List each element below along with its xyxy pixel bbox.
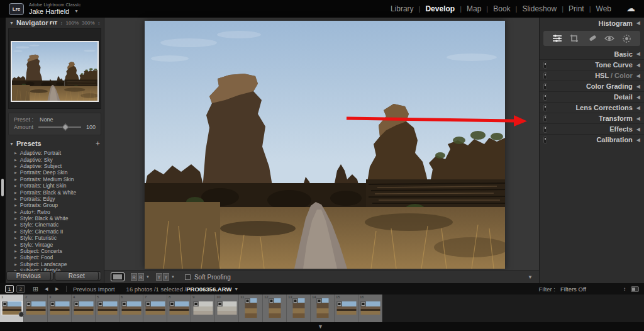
edit-sliders-icon[interactable]: [552, 33, 563, 44]
photo-thumbnail[interactable]: [26, 301, 45, 315]
filmstrip-cell-16[interactable]: 16: [358, 295, 382, 322]
user-caret-icon[interactable]: ▼: [74, 9, 79, 13]
preset-group[interactable]: ▶Portraits: Deep Skin: [6, 169, 104, 176]
filmstrip-cell-11[interactable]: 11: [239, 295, 263, 322]
filmstrip-cell-1[interactable]: 1: [0, 295, 24, 322]
zoom-option-100%[interactable]: 100%: [66, 20, 79, 26]
filmstrip-cell-10[interactable]: 10: [215, 295, 239, 322]
preset-group[interactable]: ▶Subject: Concerts: [6, 248, 104, 254]
preset-group[interactable]: ▶Adaptive: Sky: [6, 156, 104, 162]
module-print[interactable]: Print: [564, 4, 589, 13]
zoom-option-300%[interactable]: 300%: [82, 20, 94, 26]
left-scroll-indicator[interactable]: [1, 179, 4, 196]
photo-thumbnail[interactable]: [74, 301, 93, 315]
module-slideshow[interactable]: Slideshow: [517, 4, 562, 13]
filmstrip-cell-14[interactable]: 14: [311, 295, 335, 322]
photo-thumbnail[interactable]: [217, 301, 236, 315]
healing-icon[interactable]: [586, 33, 597, 44]
filmstrip-cell-13[interactable]: 13: [287, 295, 311, 322]
preset-group[interactable]: ▶Portraits: Medium Skin: [6, 176, 104, 182]
preset-group[interactable]: ▶Portraits: Edgy: [6, 196, 104, 202]
filmstrip-cell-12[interactable]: 12: [263, 295, 287, 322]
filmstrip-cell-15[interactable]: 15: [335, 295, 358, 322]
loupe-view-button[interactable]: [111, 272, 125, 281]
section-toggle-switch[interactable]: [543, 62, 547, 69]
preset-group[interactable]: ▶Subject: Food: [6, 254, 104, 261]
photo-thumbnail[interactable]: [97, 301, 117, 315]
masking-icon[interactable]: [621, 33, 632, 44]
photo-thumbnail[interactable]: [50, 301, 69, 315]
caret-down-icon[interactable]: ▼: [171, 275, 175, 279]
caret-down-icon[interactable]: ▼: [146, 275, 150, 279]
photo-thumbnail[interactable]: [360, 301, 380, 315]
section-detail[interactable]: Detail◀: [540, 91, 644, 102]
filmstrip-cell-8[interactable]: 8: [167, 295, 191, 322]
add-preset-button[interactable]: +: [96, 140, 100, 147]
photo-thumbnail[interactable]: [316, 298, 328, 318]
source-breadcrumb[interactable]: Previous Import: [73, 286, 115, 293]
module-web[interactable]: Web: [591, 4, 616, 13]
section-basic[interactable]: Basic◀: [540, 48, 644, 59]
red-eye-icon[interactable]: [604, 33, 615, 44]
zoom-option-fit[interactable]: FIT: [50, 20, 57, 26]
preset-group[interactable]: ▶Adaptive: Portrait: [6, 150, 104, 156]
user-name[interactable]: Jake Harfield: [29, 8, 69, 15]
module-develop[interactable]: Develop: [420, 4, 460, 13]
preset-group[interactable]: ▶Style: Cinematic: [6, 222, 104, 228]
module-map[interactable]: Map: [462, 4, 486, 13]
monitor-1-button[interactable]: 1: [5, 285, 14, 293]
amount-slider-thumb[interactable]: [62, 123, 69, 130]
photo-thumbnail[interactable]: [292, 298, 304, 318]
section-toggle-switch[interactable]: [543, 126, 547, 133]
cloud-sync-icon[interactable]: ☁: [626, 3, 635, 13]
grid-view-icon[interactable]: ⊞: [33, 285, 38, 293]
filmstrip-cell-2[interactable]: 2: [24, 295, 48, 322]
photo-thumbnail[interactable]: [193, 301, 213, 315]
section-effects[interactable]: Effects◀: [540, 123, 644, 134]
preset-value[interactable]: None: [40, 116, 53, 123]
updown-icon[interactable]: ↕: [98, 21, 101, 25]
filmstrip-cell-6[interactable]: 6: [119, 295, 143, 322]
filmstrip-scrollbar[interactable]: ▼: [0, 322, 644, 331]
filmstrip-cell-3[interactable]: 3: [48, 295, 72, 322]
histogram-header[interactable]: Histogram ◀: [540, 18, 644, 28]
previous-button[interactable]: Previous: [6, 271, 51, 281]
filename-caret-icon[interactable]: ▼: [234, 287, 238, 291]
filter-toggle-switch[interactable]: [631, 286, 639, 292]
preset-group[interactable]: ▶Subject: Landscape: [6, 261, 104, 267]
section-toggle-switch[interactable]: [543, 94, 547, 101]
go-back-icon[interactable]: ◄: [43, 286, 49, 292]
section-transform[interactable]: Transform◀: [540, 113, 644, 123]
monitor-2-button[interactable]: 2: [16, 285, 25, 293]
filmstrip-cell-5[interactable]: 5: [96, 295, 119, 322]
preset-group[interactable]: ▶Portraits: Group: [6, 202, 104, 208]
preset-group[interactable]: ▶Style: Vintage: [6, 241, 104, 247]
photo-thumbnail[interactable]: [121, 301, 141, 315]
section-lens-corrections[interactable]: Lens Corrections◀: [540, 102, 644, 113]
preset-group[interactable]: ▶Style: Futuristic: [6, 235, 104, 241]
section-toggle-switch[interactable]: [543, 83, 547, 90]
filmstrip-cell-9[interactable]: 9: [191, 295, 215, 322]
section-hsl[interactable]: HSL / Color◀: [540, 70, 644, 81]
section-toggle-switch[interactable]: [543, 115, 547, 122]
navigator-header[interactable]: ▼ Navigator FIT↕100%300%↕: [6, 18, 104, 28]
left-panel-collapse-rail[interactable]: [0, 18, 6, 283]
go-forward-icon[interactable]: ►: [54, 286, 60, 292]
preset-group[interactable]: ▶Portraits: Black & White: [6, 189, 104, 195]
preset-group[interactable]: ▶Adaptive: Subject: [6, 163, 104, 169]
module-library[interactable]: Library: [386, 4, 419, 13]
navigator-thumbnail[interactable]: [11, 41, 99, 102]
reset-button[interactable]: Reset: [55, 271, 99, 281]
amount-slider[interactable]: [38, 126, 81, 128]
preset-group[interactable]: ▶Style: Cinematic II: [6, 228, 104, 235]
section-color-grading[interactable]: Color Grading◀: [540, 81, 644, 91]
preset-group[interactable]: ▶Style: Black & White: [6, 215, 104, 222]
photo-thumbnail[interactable]: [145, 301, 165, 315]
photo-thumbnail[interactable]: [245, 298, 257, 318]
section-toggle-switch[interactable]: [543, 104, 547, 111]
updown-icon[interactable]: ↕: [60, 21, 63, 25]
filmstrip-cell-4[interactable]: 4: [72, 295, 96, 322]
filter-updown-icon[interactable]: ↕: [623, 286, 626, 292]
photo-thumbnail[interactable]: [2, 301, 21, 315]
preset-group[interactable]: ▶Portraits: Light Skin: [6, 182, 104, 189]
